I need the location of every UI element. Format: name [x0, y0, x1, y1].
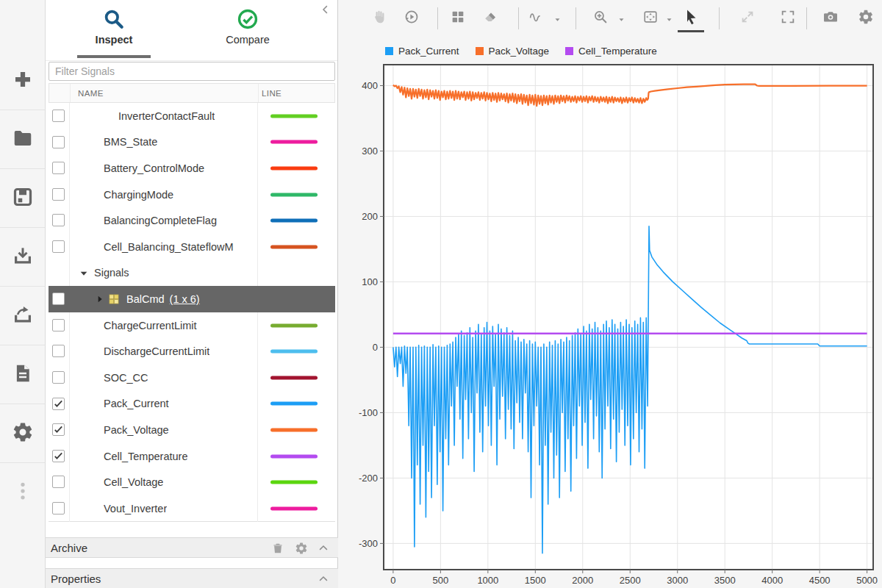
signal-row-Cell_Balancing_StateflowM[interactable]: Cell_Balancing_StateflowM: [49, 234, 335, 260]
signal-checkbox[interactable]: [52, 110, 65, 122]
tab-compare[interactable]: Compare: [189, 6, 306, 46]
zoom-in-button[interactable]: [590, 8, 611, 29]
subplot-layout-button[interactable]: [448, 8, 468, 29]
x-tick-label: 500: [433, 575, 449, 586]
signal-row-Cell_Voltage[interactable]: Cell_Voltage: [49, 469, 335, 495]
clear-plots-button[interactable]: [481, 8, 501, 29]
signal-row-SOC_CC[interactable]: SOC_CC: [49, 365, 335, 391]
plot-background: [384, 65, 873, 570]
group-row-Signals[interactable]: Signals: [49, 260, 335, 287]
line-color-swatch[interactable]: [270, 428, 318, 431]
signal-checkbox[interactable]: [52, 293, 65, 305]
signal-checkbox[interactable]: [52, 345, 65, 357]
caret-down-icon[interactable]: [553, 14, 562, 24]
signal-name: ChargeCurrentLimit: [104, 320, 197, 331]
line-color-swatch[interactable]: [270, 323, 318, 327]
triangle-down-icon[interactable]: [78, 268, 90, 279]
import-button[interactable]: [0, 228, 45, 287]
expand-icon: [739, 9, 756, 28]
caret-down-icon[interactable]: [617, 14, 626, 24]
trash-icon[interactable]: [271, 542, 284, 555]
y-tick-label: -200: [359, 473, 378, 484]
y-tick-label: 100: [362, 276, 378, 287]
chart-canvas[interactable]: 0500100015002000250030003500400045005000…: [353, 62, 879, 587]
archive-section-header[interactable]: Archive: [46, 537, 338, 558]
signal-checkbox[interactable]: [52, 423, 65, 436]
signal-row-ChargingMode[interactable]: ChargingMode: [49, 182, 335, 208]
magnifier-icon: [55, 6, 173, 32]
chevron-up-icon[interactable]: [317, 573, 330, 586]
filter-signals-input[interactable]: [49, 62, 335, 81]
more-options-button[interactable]: [0, 463, 45, 522]
export-button[interactable]: [0, 287, 45, 345]
snapshot-button[interactable]: [820, 8, 841, 29]
gear-icon[interactable]: [295, 542, 308, 555]
line-color-swatch[interactable]: [270, 481, 318, 484]
signal-checkbox[interactable]: [52, 136, 65, 148]
signal-row-Pack_Current[interactable]: Pack_Current: [49, 391, 335, 417]
properties-label: Properties: [51, 573, 101, 585]
signal-checkbox[interactable]: [52, 476, 65, 488]
matrix-icon: [107, 293, 121, 306]
signal-checkbox[interactable]: [52, 214, 65, 226]
y-tick-label: 200: [362, 211, 378, 222]
signal-row-Vout_Inverter[interactable]: Vout_Inverter: [49, 495, 335, 522]
add-button[interactable]: [0, 51, 45, 110]
signal-checkbox[interactable]: [52, 371, 65, 384]
signal-row-BalCmd[interactable]: BalCmd(1 x 6): [49, 286, 335, 312]
signal-checkbox[interactable]: [52, 450, 65, 462]
signal-name: BMS_State: [104, 136, 157, 148]
save-icon: [12, 186, 34, 211]
caret-down-icon[interactable]: [664, 14, 674, 24]
tab-inspect[interactable]: Inspect: [55, 6, 173, 46]
fit-to-view-button[interactable]: [640, 8, 661, 29]
legend-swatch: [565, 47, 573, 55]
line-color-swatch[interactable]: [270, 402, 318, 406]
line-color-swatch[interactable]: [270, 193, 318, 196]
triangle-right-icon[interactable]: [94, 293, 106, 305]
matrix-dims-link[interactable]: (1 x 6): [170, 293, 200, 305]
line-color-swatch[interactable]: [270, 166, 318, 170]
line-color-swatch[interactable]: [270, 140, 318, 144]
line-color-swatch[interactable]: [270, 245, 318, 248]
line-color-swatch[interactable]: [270, 350, 318, 354]
signal-row-InverterContactFault[interactable]: InverterContactFault: [49, 103, 335, 129]
line-color-swatch[interactable]: [270, 114, 318, 118]
plot-settings-button[interactable]: [856, 8, 876, 29]
signal-row-Pack_Voltage[interactable]: Pack_Voltage: [49, 417, 335, 443]
create-report-button[interactable]: [0, 345, 45, 404]
line-color-swatch[interactable]: [270, 219, 318, 223]
signal-checkbox[interactable]: [52, 398, 65, 410]
signal-list: InverterContactFaultBMS_StateBattery_Con…: [49, 103, 335, 522]
signal-checkbox[interactable]: [52, 502, 65, 514]
chevron-up-icon[interactable]: [317, 542, 330, 555]
column-header-line: LINE: [262, 89, 282, 98]
signal-checkbox[interactable]: [52, 240, 65, 253]
select-cursor-button[interactable]: [681, 8, 701, 29]
signal-browser-panel: Inspect Compare NAME LINE InverterContac…: [46, 0, 338, 588]
line-color-swatch[interactable]: [270, 506, 318, 510]
signal-checkbox[interactable]: [52, 319, 65, 331]
x-tick-label: 5000: [856, 575, 878, 586]
toolbar-divider: [518, 7, 519, 29]
signal-name: SOC_CC: [104, 372, 148, 384]
save-button[interactable]: [0, 169, 45, 228]
signal-row-ChargeCurrentLimit[interactable]: ChargeCurrentLimit: [49, 312, 335, 339]
signal-options-button[interactable]: [525, 8, 545, 29]
signal-row-BMS_State[interactable]: BMS_State: [49, 129, 335, 156]
signal-row-DischargeCurrentLimit[interactable]: DischargeCurrentLimit: [49, 338, 335, 365]
collapse-panel-icon[interactable]: [319, 3, 332, 16]
signal-row-BalancingCompleteFlag[interactable]: BalancingCompleteFlag: [49, 207, 335, 234]
signal-row-Battery_ControlMode[interactable]: Battery_ControlMode: [49, 155, 335, 182]
signal-checkbox[interactable]: [52, 162, 65, 174]
preferences-button[interactable]: [0, 404, 45, 463]
fullscreen-button[interactable]: [778, 8, 798, 29]
x-tick-label: 2500: [620, 575, 641, 586]
replay-button[interactable]: [401, 8, 422, 29]
line-color-swatch[interactable]: [270, 454, 318, 458]
signal-row-Cell_Temperature[interactable]: Cell_Temperature: [49, 443, 335, 470]
open-button[interactable]: [0, 110, 45, 169]
line-color-swatch[interactable]: [270, 376, 318, 379]
properties-section-header[interactable]: Properties: [46, 568, 338, 588]
signal-checkbox[interactable]: [52, 188, 65, 201]
